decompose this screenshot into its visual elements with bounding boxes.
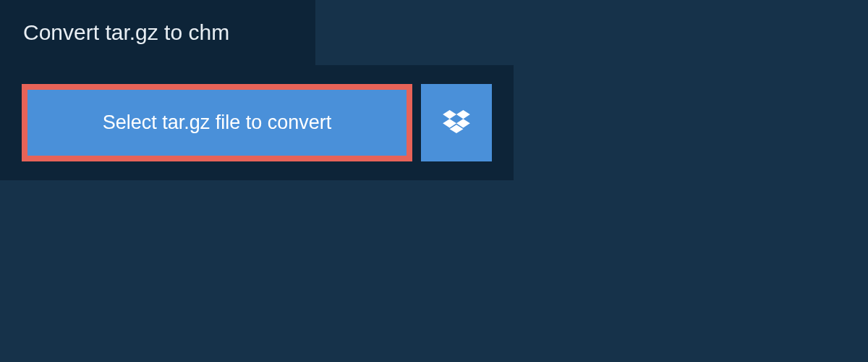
select-file-highlight: Select tar.gz file to convert bbox=[22, 84, 412, 161]
select-file-label: Select tar.gz file to convert bbox=[103, 111, 332, 134]
upload-panel: Select tar.gz file to convert bbox=[0, 65, 514, 180]
page-title: Convert tar.gz to chm bbox=[23, 20, 229, 44]
dropbox-button[interactable] bbox=[421, 84, 492, 161]
page-title-tab: Convert tar.gz to chm bbox=[0, 0, 315, 65]
select-file-button[interactable]: Select tar.gz file to convert bbox=[27, 90, 407, 156]
dropbox-icon bbox=[443, 110, 470, 136]
